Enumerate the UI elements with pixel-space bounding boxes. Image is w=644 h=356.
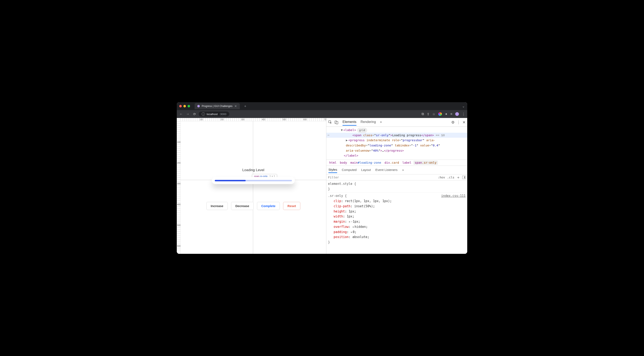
css-declaration[interactable]: position: absolute; — [328, 235, 466, 240]
tab-close-icon[interactable]: ✕ — [234, 104, 237, 108]
css-declaration[interactable]: clip-path: inset(50%); — [328, 204, 466, 209]
css-declaration[interactable]: padding: ▶0; — [328, 230, 466, 235]
maximize-window-icon[interactable] — [188, 105, 190, 107]
progress-card — [212, 177, 295, 184]
open-external-icon[interactable]: ⧉ — [422, 112, 424, 116]
hov-toggle[interactable]: :hov — [438, 176, 445, 179]
page-title: Loading Level — [180, 168, 326, 172]
decrease-button[interactable]: Decrease — [231, 202, 254, 210]
tab-overflow-icon[interactable]: ⌄ — [462, 104, 465, 108]
styles-filter-input[interactable] — [326, 174, 436, 180]
bc-label[interactable]: label — [401, 160, 413, 165]
css-declaration[interactable]: width: 1px; — [328, 214, 466, 219]
bc-main[interactable]: main#loading-zone — [349, 160, 382, 165]
tab-title: Progress | GUI Challenges — [202, 105, 232, 108]
progress-fill — [215, 180, 246, 181]
subtab-styles[interactable]: Styles — [328, 167, 337, 173]
increase-button[interactable]: Increase — [206, 202, 228, 210]
minimize-window-icon[interactable] — [184, 105, 186, 107]
dom-tree[interactable]: ▼<label>grid <span class="sr-only">Loadi… — [326, 127, 467, 159]
styles-rules[interactable]: element.style { } index.css:111 .sr-only… — [326, 181, 467, 254]
nav-forward-icon[interactable]: → — [186, 112, 190, 116]
subtab-overflow[interactable]: » — [402, 167, 404, 172]
site-info-icon[interactable]: i — [202, 112, 205, 116]
bookmark-icon[interactable]: ☆ — [432, 112, 435, 116]
url-host: localhost — [207, 113, 218, 116]
devtools-settings-icon[interactable]: ⚙ — [451, 120, 454, 125]
devtools-toolbar: Elements Rendering » ⚙ ⋮ ✕ — [326, 118, 467, 127]
reading-list-icon[interactable]: ≡ — [450, 112, 452, 116]
rule-source-link[interactable]: index.css:111 — [441, 193, 466, 199]
ruler-horizontal: 100 200 300 400 500 600 700 — [180, 118, 326, 121]
svg-point-0 — [197, 105, 200, 107]
devtools-kebab-icon[interactable]: ⋮ — [457, 120, 460, 125]
progress-bar — [215, 180, 292, 181]
kebab-menu-icon[interactable]: ⋮ — [462, 112, 465, 116]
complete-button[interactable]: Complete — [257, 202, 280, 210]
cls-toggle[interactable]: .cls — [447, 176, 454, 179]
dom-selected-node[interactable]: <span class="sr-only">Loading progress</… — [326, 133, 467, 138]
browser-tab[interactable]: Progress | GUI Challenges ✕ — [194, 103, 240, 109]
styles-filter-row: :hov .cls ＋ — [326, 174, 467, 181]
extensions-icon[interactable]: ✦ — [445, 112, 448, 116]
controls-row: Increase Decrease Complete Reset — [206, 202, 300, 210]
share-icon[interactable]: ⇪ — [427, 112, 430, 116]
url-port: :3000 — [219, 113, 226, 116]
nav-back-icon[interactable]: ← — [179, 112, 184, 116]
page-viewport: 100 200 300 400 500 600 700 100 200 300 … — [177, 118, 326, 254]
bc-body[interactable]: body — [338, 160, 348, 165]
tab-rendering[interactable]: Rendering — [360, 119, 376, 126]
devtools-panel: Elements Rendering » ⚙ ⋮ ✕ ▼<label>grid … — [326, 118, 467, 254]
ruler-vertical: 100 200 300 400 500 600 — [177, 121, 180, 254]
device-toolbar-icon[interactable] — [334, 120, 339, 125]
titlebar: Progress | GUI Challenges ✕ ＋ ⌄ — [177, 102, 467, 110]
reset-button[interactable]: Reset — [283, 202, 300, 210]
new-style-rule-button[interactable]: ＋ — [456, 175, 460, 180]
close-window-icon[interactable] — [179, 105, 182, 107]
bc-span[interactable]: span.sr-only — [414, 160, 438, 165]
url-bar: ← → ⟳ i localhost:3000 ⧉ ⇪ ☆ ✦ ≡ ⋮ — [177, 110, 467, 118]
inspect-element-icon[interactable] — [328, 120, 332, 125]
tab-overflow[interactable]: » — [380, 119, 382, 126]
css-declaration[interactable]: margin: ▶-1px; — [328, 219, 466, 224]
css-declaration[interactable]: height: 1px; — [328, 209, 466, 214]
styles-tabs: Styles Computed Layout Event Listeners » — [326, 166, 467, 174]
profile-avatar-icon[interactable] — [455, 112, 459, 116]
address-field[interactable]: i localhost:3000 — [199, 112, 229, 116]
favicon-icon — [197, 105, 200, 108]
toggle-sidebar-icon[interactable] — [462, 176, 466, 179]
bc-div[interactable]: div.card — [383, 160, 400, 165]
dom-breadcrumb: html body main#loading-zone div.card lab… — [326, 159, 467, 166]
devtools-close-icon[interactable]: ✕ — [462, 120, 466, 125]
subtab-computed[interactable]: Computed — [342, 167, 357, 172]
bc-html[interactable]: html — [328, 160, 338, 165]
window-controls — [179, 105, 190, 107]
css-declaration[interactable]: clip: rect(1px, 1px, 1px, 1px); — [328, 199, 466, 204]
subtab-event-listeners[interactable]: Event Listeners — [375, 167, 398, 172]
css-declaration[interactable]: overflow: ▶hidden; — [328, 224, 466, 230]
svg-rect-3 — [336, 121, 338, 124]
extension-icon[interactable] — [438, 112, 442, 116]
nav-reload-icon[interactable]: ⟳ — [192, 112, 197, 116]
new-tab-button[interactable]: ＋ — [242, 104, 248, 108]
grid-badge[interactable]: grid — [357, 128, 367, 132]
subtab-layout[interactable]: Layout — [361, 167, 371, 172]
tab-elements[interactable]: Elements — [342, 119, 356, 126]
